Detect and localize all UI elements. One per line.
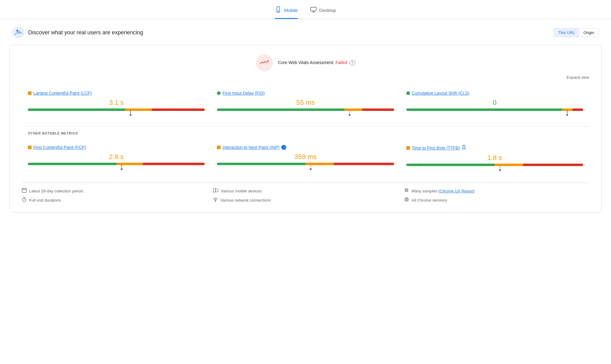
svg-line-28: [405, 200, 406, 200]
footer-mobile-text: Various mobile devices: [221, 189, 262, 193]
inp-marker-dot: [310, 168, 312, 170]
header-row: Discover what your real users are experi…: [0, 26, 611, 45]
inp-marker-line: [311, 165, 311, 168]
lcp-marker-line: [130, 110, 131, 113]
ttfb-name[interactable]: Time to First Byte (TTFB): [412, 146, 460, 150]
timer-icon: [22, 197, 27, 203]
calendar-icon: [22, 188, 27, 194]
assessment-title-block: Core Web Vitals Assessment: Failed ?: [278, 60, 355, 66]
chrome-ux-report-link[interactable]: Chrome UX Report: [440, 189, 474, 193]
footer-collection-text: Latest 28-day collection period: [29, 189, 83, 193]
metric-lcp: Largest Contentful Paint (LCP) 3.1 s: [22, 86, 211, 120]
ttfb-value: 1.8 s: [406, 154, 583, 162]
tab-mobile[interactable]: Mobile: [275, 6, 298, 19]
fid-bar-container: [217, 108, 394, 115]
lcp-name[interactable]: Largest Contentful Paint (LCP): [33, 91, 92, 96]
chrome-icon: [404, 197, 409, 203]
fcp-indicator: [28, 146, 32, 149]
lcp-bar-container: [28, 108, 205, 115]
help-icon[interactable]: ?: [350, 60, 355, 66]
assessment-title: Core Web Vitals Assessment:: [278, 60, 334, 65]
inp-marker: [310, 165, 312, 170]
cls-bar-container: [406, 108, 583, 115]
mobile-devices-icon: [213, 188, 218, 194]
footer-samples: Many samples (Chrome UX Report): [404, 188, 589, 194]
expand-view[interactable]: Expand view: [22, 75, 589, 80]
svg-marker-7: [267, 61, 268, 62]
metric-fcp: First Contentful Paint (FCP) 2.8 s: [22, 140, 211, 175]
fid-marker-container: [217, 110, 394, 115]
network-icon: [213, 197, 218, 203]
svg-rect-13: [216, 189, 218, 192]
svg-rect-8: [22, 188, 26, 192]
svg-rect-2: [310, 7, 316, 11]
other-metrics-label: OTHER NOTABLE METRICS: [22, 131, 589, 135]
this-url-button[interactable]: This URL: [554, 28, 579, 37]
inp-indicator: [217, 146, 221, 149]
metric-ttfb: Time to First Byte (TTFB) 1.8 s: [400, 140, 589, 175]
fcp-marker-container: [28, 165, 205, 169]
origin-button[interactable]: Origin: [579, 28, 598, 37]
lcp-marker: [130, 110, 131, 116]
svg-line-22: [24, 199, 25, 200]
footer-visit-text: Full visit durations: [29, 198, 61, 203]
lcp-marker-dot: [130, 114, 131, 116]
footer-collection-period: Latest 28-day collection period: [22, 188, 207, 194]
footer-grid: Latest 28-day collection period Various …: [22, 183, 589, 203]
fid-name[interactable]: First Input Delay (FID): [222, 91, 265, 96]
inp-marker-container: [217, 165, 394, 169]
inp-value: 359 ms: [217, 153, 394, 161]
fcp-value: 2.8 s: [28, 153, 205, 161]
svg-point-17: [405, 191, 406, 192]
ttfb-marker-line: [500, 165, 500, 169]
inp-info-icon[interactable]: i: [281, 145, 286, 150]
avatar: [12, 26, 25, 39]
svg-point-16: [407, 189, 408, 190]
svg-point-18: [407, 191, 408, 192]
cls-marker-line: [567, 110, 567, 113]
lcp-indicator: [28, 91, 32, 95]
fcp-bar-container: [28, 163, 205, 169]
assessment-status: Failed: [336, 60, 347, 65]
cls-marker-container: [406, 110, 583, 115]
desktop-icon: [310, 6, 317, 14]
ttfb-marker: [499, 165, 501, 171]
flask-icon: [462, 145, 466, 151]
section-divider: [22, 126, 589, 127]
url-toggle: This URL Origin: [554, 28, 599, 37]
metric-fid: First Input Delay (FID) 55 ms: [211, 86, 400, 120]
fcp-marker-line: [121, 165, 122, 168]
svg-point-15: [405, 189, 407, 190]
lcp-value: 3.1 s: [28, 99, 205, 107]
fid-indicator: [217, 91, 221, 95]
fcp-marker-dot: [121, 168, 123, 170]
fid-marker-dot: [349, 114, 351, 116]
svg-point-5: [16, 30, 18, 32]
cls-value: 0: [406, 99, 583, 107]
assessment-header: Core Web Vitals Assessment: Failed ?: [22, 54, 589, 71]
fcp-name[interactable]: First Contentful Paint (FCP): [33, 145, 86, 150]
footer-mobile-devices: Various mobile devices: [213, 188, 398, 194]
inp-bar-container: [217, 163, 394, 169]
cls-name[interactable]: Cumulative Layout Shift (CLS): [412, 91, 469, 96]
lcp-marker-container: [28, 110, 205, 115]
main-card: Core Web Vitals Assessment: Failed ? Exp…: [9, 45, 602, 213]
cls-indicator: [406, 91, 410, 95]
footer-samples-text: Many samples (Chrome UX Report): [412, 189, 475, 193]
assessment-icon: [256, 54, 273, 71]
fcp-marker: [121, 165, 123, 170]
cls-marker-dot: [566, 114, 568, 116]
footer-network-text: Various network connections: [220, 198, 271, 203]
metric-inp: Interaction to Next Paint (INP) i 359 ms: [211, 140, 400, 175]
tab-desktop[interactable]: Desktop: [310, 6, 336, 19]
footer-chrome-versions: All Chrome versions: [404, 197, 589, 203]
cls-marker: [566, 110, 568, 116]
ttfb-marker-container: [406, 165, 583, 170]
ttfb-bar-container: [406, 164, 583, 170]
ttfb-indicator: [406, 146, 410, 150]
inp-name[interactable]: Interaction to Next Paint (INP): [222, 145, 279, 150]
footer-visit-durations: Full visit durations: [22, 197, 207, 203]
fid-value: 55 ms: [217, 99, 394, 107]
header-left: Discover what your real users are experi…: [12, 26, 143, 39]
svg-point-1: [278, 11, 279, 12]
